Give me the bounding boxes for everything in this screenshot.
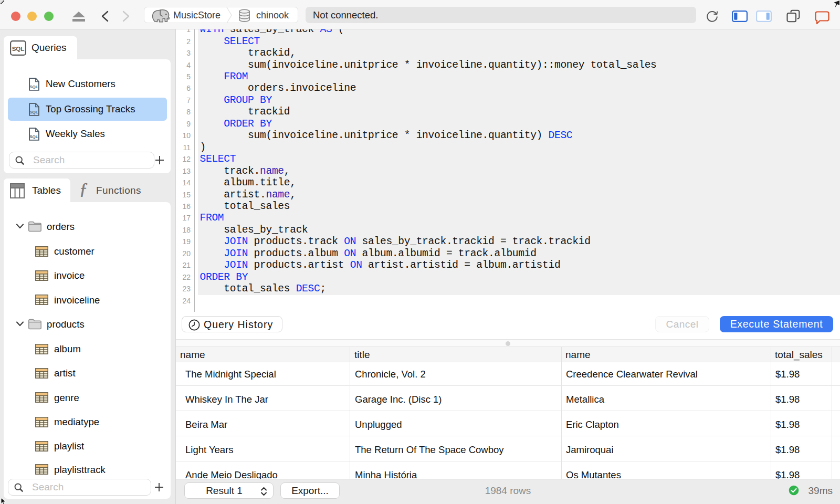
svg-text:SQL: SQL [12,46,25,52]
svg-text:ƒ: ƒ [79,182,88,198]
